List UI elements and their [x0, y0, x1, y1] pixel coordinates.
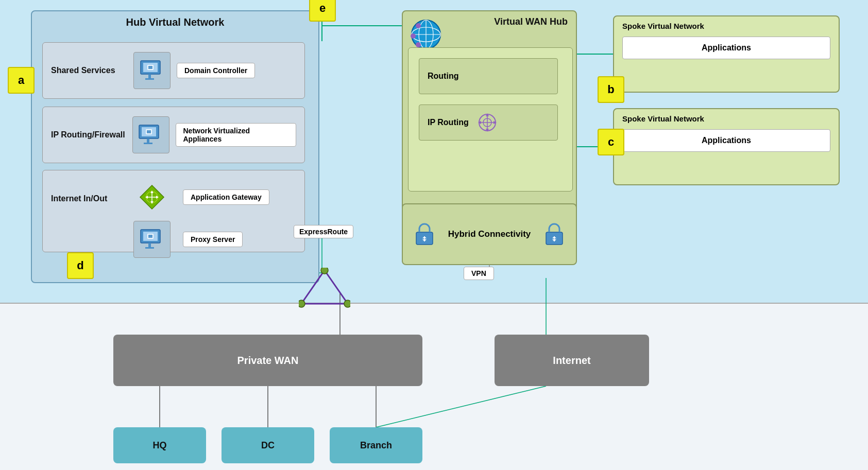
hybrid-connectivity-title: Hybrid Connectivity [443, 229, 536, 239]
spoke-vnet-2-title: Spoke Virtual Network [614, 109, 839, 125]
domain-controller-tag: Domain Controller [177, 63, 255, 78]
label-e: e [309, 0, 336, 22]
label-d: d [67, 252, 94, 279]
internet-inout-label: Internet In/Out [51, 179, 133, 203]
svg-rect-36 [145, 247, 154, 249]
proxy-server-icon [133, 221, 171, 258]
dc-node: DC [222, 427, 314, 463]
routing-label: Routing [428, 72, 458, 81]
svg-rect-22 [144, 143, 152, 144]
svg-rect-38 [148, 235, 152, 238]
label-a: a [8, 67, 35, 94]
svg-rect-35 [148, 243, 151, 247]
internet-services: Application Gateway Proxy Server [133, 179, 269, 258]
spoke-vnet-1-app: Applications [622, 37, 830, 59]
network-appliance-icon [132, 116, 169, 153]
hq-node: HQ [113, 427, 206, 463]
svg-rect-24 [147, 130, 151, 133]
ip-routing-firewall-label: IP Routing/Firewall [51, 130, 132, 140]
shared-services-label: Shared Services [51, 66, 133, 75]
proxy-server-tag: Proxy Server [183, 232, 243, 247]
svg-point-45 [411, 33, 416, 39]
hybrid-lock-left-icon [411, 221, 438, 248]
hybrid-connectivity-box: Hybrid Connectivity [402, 203, 577, 265]
spoke-vnet-2: Spoke Virtual Network Applications [613, 108, 840, 185]
spoke-vnet-1: Spoke Virtual Network Applications [613, 15, 840, 93]
hybrid-lock-right-icon [541, 221, 568, 248]
shared-services-row: Shared Services Domain Controller [42, 42, 305, 99]
ip-routing-label: IP Routing [428, 118, 469, 127]
svg-point-46 [416, 42, 421, 47]
expressroute-triangle [299, 268, 350, 311]
svg-rect-16 [145, 78, 154, 80]
branch-node: Branch [330, 427, 422, 463]
app-gateway-row: Application Gateway [133, 179, 269, 216]
label-c: c [598, 129, 624, 155]
private-wan-box: Private WAN [113, 335, 422, 386]
hub-vnet: Hub Virtual Network Shared Services Doma… [31, 10, 319, 283]
domain-controller-icon [133, 52, 171, 89]
svg-rect-18 [148, 66, 152, 69]
spoke-vnet-2-app: Applications [622, 129, 830, 152]
svg-point-65 [344, 300, 350, 307]
hub-vnet-title: Hub Virtual Network [32, 11, 318, 31]
svg-rect-15 [148, 74, 151, 78]
proxy-server-row: Proxy Server [133, 221, 269, 258]
app-gateway-icon [133, 179, 171, 216]
wan-hub-inner: Routing IP Routing [408, 47, 573, 192]
ip-routing-box: IP Routing [419, 105, 558, 141]
vpn-tag: VPN [464, 267, 494, 280]
network-appliance-tag: Network Virtualized Appliances [176, 123, 297, 147]
svg-point-66 [299, 300, 305, 307]
routing-box: Routing [419, 58, 558, 94]
internet-box: Internet [495, 335, 649, 386]
ip-routing-firewall-row: IP Routing/Firewall Network Virtualized … [42, 107, 305, 163]
svg-point-64 [321, 268, 328, 274]
expressroute-label: ExpressRoute [294, 225, 353, 238]
spoke-vnet-1-title: Spoke Virtual Network [614, 16, 839, 32]
label-b: b [598, 76, 624, 103]
internet-inout-row: Internet In/Out [42, 170, 305, 252]
svg-marker-63 [301, 270, 348, 304]
app-gateway-tag: Application Gateway [183, 189, 269, 205]
svg-point-44 [416, 23, 421, 28]
svg-rect-21 [147, 138, 149, 143]
